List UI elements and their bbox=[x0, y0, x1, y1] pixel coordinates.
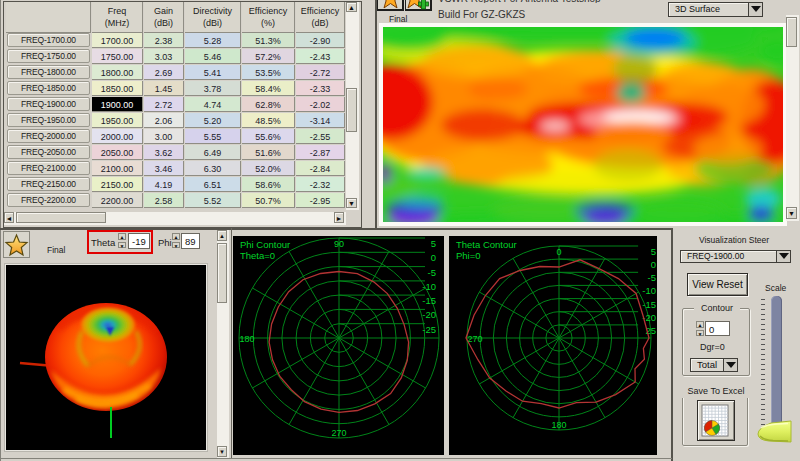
svg-text:180: 180 bbox=[551, 420, 566, 430]
svg-text:-20: -20 bbox=[422, 309, 436, 320]
svg-text:-5: -5 bbox=[648, 272, 656, 283]
svg-text:0: 0 bbox=[556, 247, 561, 257]
svg-text:5: 5 bbox=[431, 238, 436, 249]
svg-text:5: 5 bbox=[651, 246, 656, 257]
svg-text:Theta Contour: Theta Contour bbox=[456, 239, 517, 250]
svg-text:-15: -15 bbox=[642, 299, 656, 310]
svg-text:Phi Contour: Phi Contour bbox=[240, 239, 290, 250]
svg-text:-5: -5 bbox=[428, 267, 436, 278]
svg-text:Phi=0: Phi=0 bbox=[456, 250, 481, 261]
svg-text:-10: -10 bbox=[422, 281, 436, 292]
svg-text:-10: -10 bbox=[642, 285, 656, 296]
svg-text:270: 270 bbox=[467, 334, 482, 344]
svg-text:0: 0 bbox=[431, 252, 436, 263]
svg-text:270: 270 bbox=[331, 428, 346, 438]
svg-text:90: 90 bbox=[334, 239, 344, 249]
svg-text:0: 0 bbox=[651, 259, 656, 270]
svg-text:-15: -15 bbox=[422, 295, 436, 306]
svg-text:-25: -25 bbox=[422, 324, 436, 335]
svg-text:180: 180 bbox=[239, 334, 254, 344]
svg-text:Theta=0: Theta=0 bbox=[240, 250, 275, 261]
